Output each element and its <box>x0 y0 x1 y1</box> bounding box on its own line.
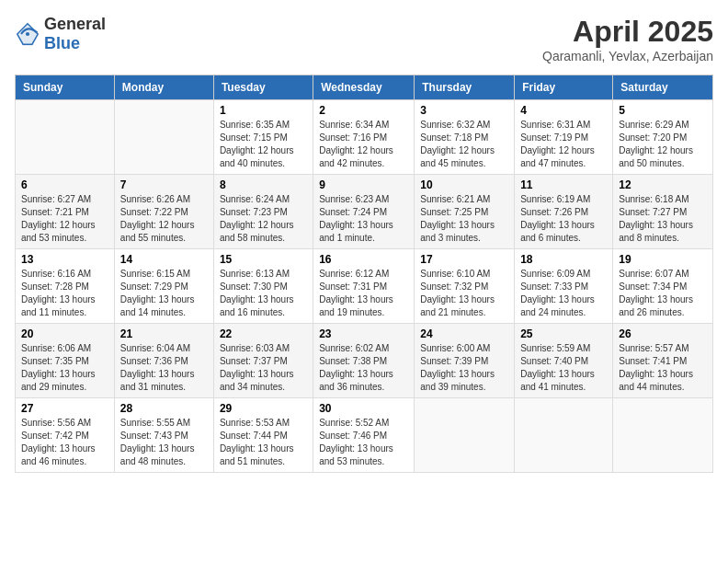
day-number: 3 <box>420 104 508 117</box>
calendar-cell: 14Sunrise: 6:15 AMSunset: 7:29 PMDayligh… <box>114 249 213 324</box>
svg-point-2 <box>26 32 29 36</box>
day-info: Sunrise: 6:29 AMSunset: 7:20 PMDaylight:… <box>619 119 707 170</box>
calendar-cell: 6Sunrise: 6:27 AMSunset: 7:21 PMDaylight… <box>16 175 115 249</box>
calendar-cell: 4Sunrise: 6:31 AMSunset: 7:19 PMDaylight… <box>515 100 613 175</box>
calendar-week-row: 6Sunrise: 6:27 AMSunset: 7:21 PMDaylight… <box>16 175 713 249</box>
day-number: 13 <box>21 253 108 266</box>
calendar-cell: 17Sunrise: 6:10 AMSunset: 7:32 PMDayligh… <box>415 249 515 324</box>
calendar-cell: 24Sunrise: 6:00 AMSunset: 7:39 PMDayligh… <box>415 324 515 398</box>
calendar-header-row: SundayMondayTuesdayWednesdayThursdayFrid… <box>16 75 713 100</box>
calendar-cell: 13Sunrise: 6:16 AMSunset: 7:28 PMDayligh… <box>16 249 115 324</box>
calendar-cell: 25Sunrise: 5:59 AMSunset: 7:40 PMDayligh… <box>515 324 613 398</box>
day-info: Sunrise: 5:59 AMSunset: 7:40 PMDaylight:… <box>520 342 607 394</box>
day-number: 7 <box>120 178 208 191</box>
day-info: Sunrise: 6:04 AMSunset: 7:36 PMDaylight:… <box>120 342 208 394</box>
day-number: 1 <box>220 104 307 117</box>
calendar-table: SundayMondayTuesdayWednesdayThursdayFrid… <box>15 75 713 473</box>
day-number: 18 <box>520 253 607 266</box>
day-info: Sunrise: 6:23 AMSunset: 7:24 PMDaylight:… <box>319 193 408 245</box>
day-info: Sunrise: 5:57 AMSunset: 7:41 PMDaylight:… <box>619 342 707 394</box>
day-number: 17 <box>420 253 508 266</box>
calendar-week-row: 27Sunrise: 5:56 AMSunset: 7:42 PMDayligh… <box>16 398 713 473</box>
weekday-header: Monday <box>114 75 213 100</box>
day-number: 11 <box>520 178 607 191</box>
calendar-cell <box>16 100 115 175</box>
logo-text: General Blue <box>44 15 106 53</box>
day-number: 23 <box>319 327 408 340</box>
day-number: 27 <box>21 402 108 415</box>
day-number: 9 <box>319 178 408 191</box>
day-info: Sunrise: 6:00 AMSunset: 7:39 PMDaylight:… <box>420 342 508 394</box>
day-number: 16 <box>319 253 408 266</box>
calendar-cell: 26Sunrise: 5:57 AMSunset: 7:41 PMDayligh… <box>613 324 713 398</box>
day-info: Sunrise: 6:06 AMSunset: 7:35 PMDaylight:… <box>21 342 108 394</box>
calendar-cell <box>515 398 613 473</box>
day-info: Sunrise: 6:21 AMSunset: 7:25 PMDaylight:… <box>420 193 508 245</box>
calendar-cell: 5Sunrise: 6:29 AMSunset: 7:20 PMDaylight… <box>613 100 713 175</box>
calendar-cell: 7Sunrise: 6:26 AMSunset: 7:22 PMDaylight… <box>114 175 213 249</box>
day-number: 4 <box>520 104 607 117</box>
calendar-cell: 19Sunrise: 6:07 AMSunset: 7:34 PMDayligh… <box>613 249 713 324</box>
calendar-week-row: 20Sunrise: 6:06 AMSunset: 7:35 PMDayligh… <box>16 324 713 398</box>
calendar-cell: 21Sunrise: 6:04 AMSunset: 7:36 PMDayligh… <box>114 324 213 398</box>
day-number: 15 <box>220 253 307 266</box>
calendar-cell: 23Sunrise: 6:02 AMSunset: 7:38 PMDayligh… <box>313 324 415 398</box>
title-block: April 2025 Qaramanli, Yevlax, Azerbaijan <box>542 15 713 63</box>
weekday-header: Sunday <box>16 75 115 100</box>
day-info: Sunrise: 6:26 AMSunset: 7:22 PMDaylight:… <box>120 193 208 245</box>
day-number: 19 <box>619 253 707 266</box>
weekday-header: Saturday <box>613 75 713 100</box>
logo-blue: Blue <box>44 34 80 52</box>
day-number: 6 <box>21 178 108 191</box>
calendar-cell: 18Sunrise: 6:09 AMSunset: 7:33 PMDayligh… <box>515 249 613 324</box>
day-info: Sunrise: 6:07 AMSunset: 7:34 PMDaylight:… <box>619 268 707 319</box>
day-number: 5 <box>619 104 707 117</box>
day-info: Sunrise: 5:53 AMSunset: 7:44 PMDaylight:… <box>220 417 307 468</box>
calendar-cell: 29Sunrise: 5:53 AMSunset: 7:44 PMDayligh… <box>213 398 313 473</box>
weekday-header: Thursday <box>415 75 515 100</box>
day-number: 20 <box>21 327 108 340</box>
month-title: April 2025 <box>542 15 713 49</box>
logo-general: General <box>44 15 106 33</box>
day-number: 14 <box>120 253 208 266</box>
day-info: Sunrise: 6:31 AMSunset: 7:19 PMDaylight:… <box>520 119 607 170</box>
day-info: Sunrise: 6:13 AMSunset: 7:30 PMDaylight:… <box>220 268 307 319</box>
weekday-header: Tuesday <box>213 75 313 100</box>
calendar-cell: 10Sunrise: 6:21 AMSunset: 7:25 PMDayligh… <box>415 175 515 249</box>
day-info: Sunrise: 6:09 AMSunset: 7:33 PMDaylight:… <box>520 268 607 319</box>
calendar-week-row: 13Sunrise: 6:16 AMSunset: 7:28 PMDayligh… <box>16 249 713 324</box>
day-info: Sunrise: 6:02 AMSunset: 7:38 PMDaylight:… <box>319 342 408 394</box>
calendar-cell: 15Sunrise: 6:13 AMSunset: 7:30 PMDayligh… <box>213 249 313 324</box>
calendar-week-row: 1Sunrise: 6:35 AMSunset: 7:15 PMDaylight… <box>16 100 713 175</box>
day-number: 12 <box>619 178 707 191</box>
day-number: 10 <box>420 178 508 191</box>
day-number: 26 <box>619 327 707 340</box>
day-info: Sunrise: 6:03 AMSunset: 7:37 PMDaylight:… <box>220 342 307 394</box>
page-header: General Blue April 2025 Qaramanli, Yevla… <box>15 15 713 63</box>
calendar-cell: 27Sunrise: 5:56 AMSunset: 7:42 PMDayligh… <box>16 398 115 473</box>
day-number: 2 <box>319 104 408 117</box>
location-subtitle: Qaramanli, Yevlax, Azerbaijan <box>542 49 713 63</box>
day-number: 21 <box>120 327 208 340</box>
calendar-cell: 9Sunrise: 6:23 AMSunset: 7:24 PMDaylight… <box>313 175 415 249</box>
day-info: Sunrise: 5:52 AMSunset: 7:46 PMDaylight:… <box>319 417 408 468</box>
day-number: 8 <box>220 178 307 191</box>
day-info: Sunrise: 6:15 AMSunset: 7:29 PMDaylight:… <box>120 268 208 319</box>
day-info: Sunrise: 6:27 AMSunset: 7:21 PMDaylight:… <box>21 193 108 245</box>
day-number: 25 <box>520 327 607 340</box>
day-info: Sunrise: 6:24 AMSunset: 7:23 PMDaylight:… <box>220 193 307 245</box>
day-info: Sunrise: 6:34 AMSunset: 7:16 PMDaylight:… <box>319 119 408 170</box>
calendar-cell: 20Sunrise: 6:06 AMSunset: 7:35 PMDayligh… <box>16 324 115 398</box>
calendar-cell: 8Sunrise: 6:24 AMSunset: 7:23 PMDaylight… <box>213 175 313 249</box>
day-info: Sunrise: 6:19 AMSunset: 7:26 PMDaylight:… <box>520 193 607 245</box>
calendar-cell <box>415 398 515 473</box>
logo: General Blue <box>15 15 106 53</box>
day-number: 30 <box>319 402 408 415</box>
day-info: Sunrise: 6:10 AMSunset: 7:32 PMDaylight:… <box>420 268 508 319</box>
day-number: 28 <box>120 402 208 415</box>
calendar-cell: 12Sunrise: 6:18 AMSunset: 7:27 PMDayligh… <box>613 175 713 249</box>
calendar-cell: 1Sunrise: 6:35 AMSunset: 7:15 PMDaylight… <box>213 100 313 175</box>
day-info: Sunrise: 6:35 AMSunset: 7:15 PMDaylight:… <box>220 119 307 170</box>
calendar-cell: 30Sunrise: 5:52 AMSunset: 7:46 PMDayligh… <box>313 398 415 473</box>
day-info: Sunrise: 6:18 AMSunset: 7:27 PMDaylight:… <box>619 193 707 245</box>
